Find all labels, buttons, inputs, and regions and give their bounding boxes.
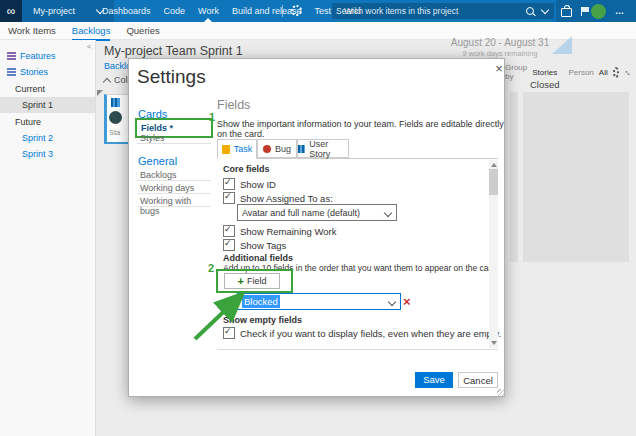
sidebar-item-sprint-1[interactable]: Sprint 1 [0,97,95,113]
ellipsis-icon[interactable]: … [615,0,625,22]
nav-separator [137,193,211,194]
checkbox-label: Show ID [240,179,276,190]
person-value[interactable]: All [599,68,608,77]
sidebar-item-sprint-3[interactable]: Sprint 3 [0,146,95,162]
tab-backlogs[interactable]: Backlogs [72,22,111,41]
dialog-title: Settings [137,66,206,88]
show-tags-checkbox[interactable]: ✓ [223,239,235,251]
show-id-row: ✓ Show ID [223,178,276,190]
annotation-arrow [189,287,269,345]
nav-separator [137,143,211,144]
show-tags-row: ✓ Show Tags [223,239,286,251]
admin-gear-icon[interactable] [291,5,302,16]
card-text: Sta [109,128,120,137]
save-button[interactable]: Save [415,372,453,388]
board-column-closed [523,92,629,262]
cancel-button[interactable]: Cancel [458,372,498,388]
core-fields-heading: Core fields [223,164,270,174]
nav-item-backlogs[interactable]: Backlogs [140,170,208,180]
tab-work-items[interactable]: Work Items [8,22,56,39]
nav-item-test[interactable]: Test [314,0,331,22]
card-avatar [109,111,122,124]
plus-icon: + [238,276,244,286]
add-field-label: Field [247,276,267,286]
nav-item-working-days[interactable]: Working days [140,183,208,193]
row-expander-icon[interactable] [97,90,103,96]
annotation-1: 1 [209,111,215,123]
user-story-icon [298,145,305,153]
topbar-nav: Dashboards Code Work Build and release T… [98,0,361,22]
scrollbar-thumb[interactable] [489,169,498,195]
search-box [332,3,554,19]
sidebar-collapse-icon[interactable]: < [87,42,92,51]
sidebar-item-label: Features [20,51,56,61]
top-bar: ∞ My-project Dashboards Code Work Build … [0,0,636,22]
resize-grip[interactable] [497,389,505,397]
collapse-all-icon [103,77,111,85]
check-icon: ✓ [224,238,232,248]
settings-dialog: × Settings Cards Fields * 1 Styles Gener… [128,58,505,397]
check-icon: ✓ [224,177,232,187]
close-icon[interactable]: × [492,61,506,76]
delete-field-icon[interactable]: × [403,294,411,309]
backlog-level-icon [7,68,16,76]
scroll-up-icon[interactable] [491,163,497,167]
sprint-burndown-icon[interactable] [552,36,572,54]
sidebar-item-stories[interactable]: Stories [0,64,95,80]
check-icon: ✓ [224,224,232,234]
vsts-logo-icon[interactable]: ∞ [0,0,22,22]
scroll-down-icon[interactable] [491,341,497,345]
page-title: My-project Team Sprint 1 [104,44,243,58]
checkbox-label: Show Remaining Work [240,226,336,237]
checkbox-label: Show Tags [240,240,286,251]
sidebar-item-features[interactable]: Features [0,48,95,64]
show-id-checkbox[interactable]: ✓ [223,178,235,190]
sidebar-item-sprint-2[interactable]: Sprint 2 [0,130,95,146]
user-avatar[interactable] [591,4,606,19]
pane-heading: Fields [217,98,250,112]
search-chevron-icon[interactable] [541,5,549,13]
board-column-edge [510,92,518,262]
sidebar-group-current: Current [0,80,95,97]
search-input[interactable] [332,6,526,16]
chevron-down-icon [388,297,396,305]
task-icon [222,145,230,154]
checkbox-label: Check if you want to display fields, eve… [240,328,501,339]
checkbox-label: Show Assigned To as: [240,193,333,204]
chevron-down-icon [384,208,392,216]
sprint-date-range: August 20 - August 31 [440,37,560,48]
nav-item-code[interactable]: Code [164,0,186,22]
tab-bug[interactable]: Bug [257,139,297,158]
sidebar: Features Stories Current Sprint 1 Future… [0,40,96,436]
nav-item-fields[interactable]: Fields * [141,123,173,133]
tab-user-story[interactable]: User Story [297,139,349,158]
assigned-to-select[interactable]: Avatar and full name (default) [237,204,397,221]
nav-item-work[interactable]: Work [198,0,219,22]
person-label: Person [568,68,593,77]
user-story-icon [111,98,120,107]
work-item-type-tabs: Task Bug User Story [217,139,498,159]
show-assigned-checkbox[interactable]: ✓ [223,192,235,204]
nav-item-dashboards[interactable]: Dashboards [102,0,151,22]
tab-task[interactable]: Task [217,139,257,159]
feedback-icon[interactable] [581,7,582,16]
fullscreen-icon[interactable]: ↔ [622,65,635,78]
board-settings-gear-icon[interactable] [613,67,619,78]
nav-heading-general: General [138,155,177,167]
content-scrollbar[interactable] [489,160,498,348]
bug-icon [263,145,271,153]
screen: ∞ My-project Dashboards Code Work Build … [0,0,636,436]
tab-queries[interactable]: Queries [126,22,159,39]
additional-fields-heading: Additional fields [223,253,293,263]
board-controls: Group by Stories Person All ↔ [505,63,633,81]
project-name: My-project [33,6,75,16]
group-by-value[interactable]: Stories [532,68,557,77]
nav-item-styles[interactable]: Styles [140,133,208,143]
marketplace-bag-icon[interactable] [561,8,572,17]
show-remaining-checkbox[interactable]: ✓ [223,225,235,237]
nav-separator [137,206,211,207]
story-card[interactable]: Sta [104,94,130,144]
annotation-2: 2 [208,262,214,274]
search-icon[interactable] [526,7,534,15]
sidebar-group-future: Future [0,113,95,130]
